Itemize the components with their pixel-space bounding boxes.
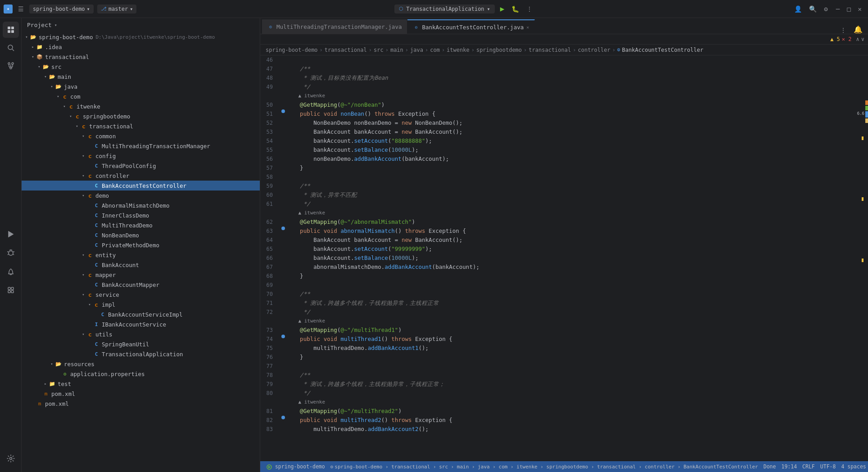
- status-indent[interactable]: 4 spaces: [838, 463, 868, 470]
- pkg-icon-mapper: c: [86, 271, 94, 278]
- tree-item-mapper[interactable]: c mapper: [22, 270, 260, 280]
- tree-item-controller[interactable]: c controller: [22, 171, 260, 181]
- tree-item-pom-module[interactable]: m pom.xml: [22, 389, 260, 399]
- breadcrumb-itwenke[interactable]: itwenke: [447, 47, 470, 53]
- tree-item-BankAccount[interactable]: C BankAccount: [22, 260, 260, 270]
- code-editor[interactable]: 46 47 /** 48 * 测试，目标类没有配置为Bean: [260, 55, 857, 461]
- activity-item-plugins[interactable]: [3, 282, 19, 298]
- breadcrumb-java[interactable]: java: [410, 47, 423, 53]
- tree-path-root: D:\Java\project\itwenke\spring-boot-demo: [95, 34, 215, 40]
- tree-item-resources[interactable]: 📂 resources: [22, 359, 260, 369]
- status-project[interactable]: spring-boot-demo: [264, 463, 328, 470]
- tree-item-BankAccountTestController[interactable]: C BankAccountTestController: [22, 181, 260, 191]
- status-encoding[interactable]: UTF-8: [818, 463, 839, 470]
- window-controls: ─ □ ✕: [833, 5, 864, 14]
- tree-item-java[interactable]: 📂 java: [22, 82, 260, 91]
- breadcrumb-transactional[interactable]: transactional: [325, 47, 367, 53]
- tree-item-common[interactable]: c common: [22, 131, 260, 141]
- run-config[interactable]: ⬡ TransactionalApplication ▾: [394, 5, 495, 14]
- tree-item-IBankAccountService[interactable]: I IBankAccountService: [22, 319, 260, 329]
- pkg-icon-service: c: [86, 291, 94, 298]
- tree-item-idea[interactable]: 📁 .idea: [22, 42, 260, 52]
- tree-item-transactional-pkg[interactable]: c transactional: [22, 121, 260, 131]
- maximize-button[interactable]: □: [844, 5, 853, 14]
- tree-item-appprops[interactable]: ⚙ application.properties: [22, 369, 260, 379]
- tree-item-NonBeanDemo[interactable]: C NonBeanDemo: [22, 230, 260, 240]
- tree-item-itwenke[interactable]: c itwenke: [22, 101, 260, 111]
- tree-item-InnerClassDemo[interactable]: C InnerClassDemo: [22, 210, 260, 220]
- tree-item-main[interactable]: 📂 main: [22, 72, 260, 82]
- tree-item-BankAccountServiceImpl[interactable]: C BankAccountServiceImpl: [22, 309, 260, 319]
- breadcrumb-com[interactable]: com: [430, 47, 440, 53]
- tree-item-com[interactable]: c com: [22, 91, 260, 101]
- warn-chevron-down[interactable]: ∨: [861, 36, 864, 42]
- class-icon-tpc: C: [93, 162, 100, 169]
- status-crlf[interactable]: CRLF: [800, 463, 818, 470]
- tree-item-entity[interactable]: c entity: [22, 250, 260, 260]
- tree-item-src[interactable]: 📂 src: [22, 62, 260, 72]
- tree-item-ThreadPoolConfig[interactable]: C ThreadPoolConfig: [22, 161, 260, 171]
- close-button[interactable]: ✕: [855, 5, 864, 14]
- pkg-icon-utils: c: [86, 331, 94, 338]
- tree-item-service[interactable]: c service: [22, 290, 260, 300]
- tree-item-MultiThreadingTransactionManager[interactable]: C MultiThreadingTransactionManager: [22, 141, 260, 151]
- tree-item-demo[interactable]: c demo: [22, 191, 260, 200]
- props-icon-ap: ⚙: [61, 370, 68, 377]
- tree-item-AbnormalMismatchDemo[interactable]: C AbnormalMismatchDemo: [22, 200, 260, 210]
- tree-item-impl[interactable]: c impl: [22, 300, 260, 309]
- search-icon[interactable]: 🔍: [807, 4, 818, 14]
- tree-item-config[interactable]: c config: [22, 151, 260, 161]
- tab-notifications[interactable]: 🔔: [850, 25, 866, 34]
- tab2-close[interactable]: ✕: [526, 25, 529, 30]
- run-button[interactable]: ▶: [498, 3, 506, 15]
- tree-item-springbootdemo[interactable]: c springbootdemo: [22, 111, 260, 121]
- code-line-50: 50 @GetMapping(@~"/nonBean"): [260, 100, 857, 109]
- breadcrumb-class[interactable]: BankAccountTestController: [622, 47, 704, 53]
- activity-item-run[interactable]: [3, 226, 19, 242]
- tree-item-pom-root[interactable]: m pom.xml: [22, 399, 260, 408]
- pkg-icon-entity: c: [86, 251, 94, 259]
- tree-arrow-transactional: [30, 54, 36, 59]
- tab-more-button[interactable]: ⋮: [836, 27, 850, 34]
- activity-item-notifications[interactable]: [3, 264, 19, 280]
- tree-item-BankAccountMapper[interactable]: C BankAccountMapper: [22, 280, 260, 290]
- code-line-67: 67 abnormalMismatchDemo.addBankAccount(b…: [260, 263, 857, 272]
- tree-item-PrivateMethodDemo[interactable]: C PrivateMethodDemo: [22, 240, 260, 250]
- tree-label-root: spring-boot-demo: [39, 34, 93, 41]
- gutter-green: [865, 106, 868, 110]
- branch-badge[interactable]: ⎇ master ▾: [97, 5, 137, 14]
- activity-item-project[interactable]: [3, 22, 19, 38]
- breadcrumb-spring-boot-demo[interactable]: spring-boot-demo: [266, 47, 318, 53]
- editor-scrollbar[interactable]: [857, 55, 863, 461]
- tab-BankAccountTestController[interactable]: ⊙ BankAccountTestController.java ✕: [407, 19, 535, 34]
- more-run-options[interactable]: ⋮: [524, 4, 534, 14]
- breadcrumb-controller[interactable]: controller: [578, 47, 610, 53]
- debug-button[interactable]: 🐛: [510, 4, 521, 14]
- tree-item-TransactionalApplication[interactable]: C TransactionalApplication: [22, 349, 260, 359]
- class-icon-nbd: C: [93, 231, 100, 239]
- project-badge[interactable]: spring-boot-demo ▾: [29, 5, 94, 14]
- activity-item-settings[interactable]: [3, 450, 19, 467]
- tab-MultiThreadingTransactionManager[interactable]: ⊙ MultiThreadingTransactionManager.java: [262, 19, 407, 34]
- activity-item-debug[interactable]: [3, 244, 19, 260]
- tree-item-test[interactable]: 📁 test: [22, 379, 260, 389]
- profile-icon[interactable]: 👤: [792, 4, 804, 14]
- editor-content: 46 47 /** 48 * 测试，目标类没有配置为Bean: [260, 55, 868, 461]
- tree-item-SpringBeanUtil[interactable]: C SpringBeanUtil: [22, 339, 260, 349]
- breadcrumb-main[interactable]: main: [390, 47, 403, 53]
- tree-item-root[interactable]: 📂 spring-boot-demo D:\Java\project\itwen…: [22, 32, 260, 42]
- activity-item-find[interactable]: [3, 40, 19, 56]
- tree-item-transactional-module[interactable]: 📦 transactional: [22, 52, 260, 62]
- breadcrumb-transactional2[interactable]: transactional: [529, 47, 571, 53]
- breadcrumb-springbootdemo[interactable]: springbootdemo: [476, 47, 522, 53]
- activity-item-vcs[interactable]: [3, 58, 19, 74]
- pkg-icon-com: c: [61, 93, 68, 100]
- minimize-button[interactable]: ─: [833, 5, 842, 14]
- folder-icon-src: 📂: [42, 63, 50, 70]
- settings-icon[interactable]: ⚙: [822, 4, 829, 14]
- hamburger-icon[interactable]: ☰: [16, 4, 26, 14]
- tree-item-utils[interactable]: c utils: [22, 329, 260, 339]
- tree-item-MultiThreadDemo[interactable]: C MultiThreadDemo: [22, 220, 260, 230]
- breadcrumb-src[interactable]: src: [374, 47, 384, 53]
- warn-chevron-up[interactable]: ∧: [856, 36, 859, 42]
